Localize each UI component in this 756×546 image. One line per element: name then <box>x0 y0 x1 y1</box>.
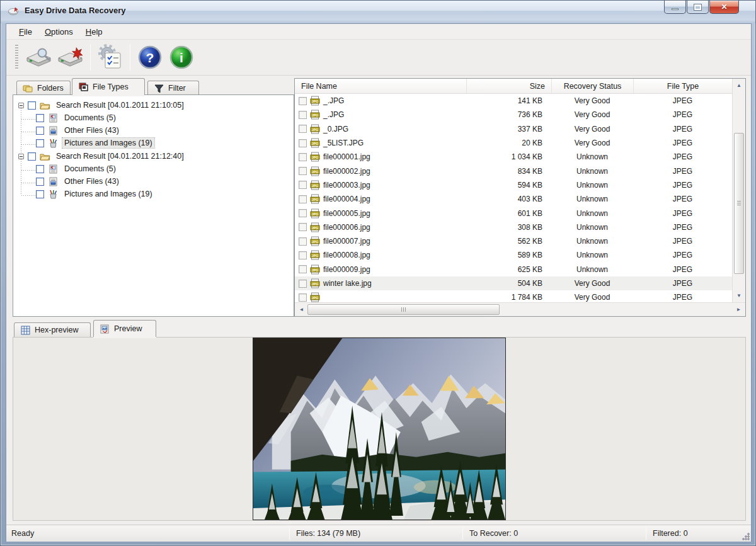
tree-node-search-result-2[interactable]: Search Result [04.01.2011 21:12:40] <box>18 150 186 162</box>
menu-options[interactable]: Options <box>38 25 79 38</box>
tree-node-pictures[interactable]: Pictures and Images (19) <box>36 188 154 200</box>
row-checkbox[interactable] <box>299 223 307 231</box>
thumb-grip <box>401 307 406 312</box>
scan-drive-button[interactable] <box>23 42 55 72</box>
file-name-cell: JPG_5LIST.JPG <box>295 138 466 148</box>
table-row[interactable]: JPGfile000008.jpg589 KBUnknownJPEG <box>295 248 732 262</box>
tab-label: Filter <box>168 84 186 93</box>
table-row-partial[interactable]: JPG1 784 KBVery GoodJPEG <box>295 290 732 302</box>
tree-node-search-result-1[interactable]: Search Result [04.01.2011 21:10:05] <box>18 99 186 111</box>
column-header-file-type[interactable]: File Type <box>633 79 732 93</box>
tab-filter[interactable]: Filter <box>147 81 199 95</box>
menu-help[interactable]: Help <box>79 25 109 38</box>
scroll-up-icon[interactable]: ▲ <box>733 80 745 91</box>
jpg-file-icon: JPG <box>310 222 320 232</box>
scroll-right-icon[interactable]: ► <box>733 303 744 316</box>
table-row[interactable]: JPG_0.JPG337 KBVery GoodJPEG <box>295 122 732 136</box>
row-checkbox[interactable] <box>299 237 307 246</box>
toolbar-grip[interactable] <box>15 45 18 70</box>
table-row[interactable]: JPGfile000005.jpg601 KBUnknownJPEG <box>295 206 732 220</box>
scroll-down-icon[interactable]: ▼ <box>733 290 745 301</box>
recovery-settings-button[interactable] <box>94 42 126 72</box>
table-row[interactable]: JPGfile000007.jpg562 KBUnknownJPEG <box>295 234 732 248</box>
file-name-cell: JPGfile000002.jpg <box>295 166 466 176</box>
row-checkbox[interactable] <box>299 209 307 217</box>
recovery-status: Very Good <box>551 279 633 288</box>
minimize-button[interactable] <box>664 1 686 14</box>
left-panel: Folders File Types Filter <box>13 78 294 317</box>
tab-hex-preview[interactable]: Hex-preview <box>14 322 91 337</box>
close-button[interactable]: ✕ <box>709 1 739 14</box>
file-type: JPEG <box>633 139 732 147</box>
table-row[interactable]: JPGwinter lake.jpg504 KBVery GoodJPEG <box>295 276 732 290</box>
table-row[interactable]: JPGfile000001.jpg1 034 KBUnknownJPEG <box>295 150 732 164</box>
horizontal-scroll-thumb[interactable] <box>307 304 500 315</box>
horizontal-scrollbar[interactable]: ◄ ► <box>295 302 745 316</box>
table-row[interactable]: JPGfile000004.jpg403 KBUnknownJPEG <box>295 192 732 206</box>
row-checkbox[interactable] <box>299 139 307 147</box>
recovery-status: Unknown <box>551 223 633 232</box>
table-row[interactable]: JPG_.JPG736 KBVery GoodJPEG <box>295 108 732 122</box>
row-checkbox[interactable] <box>299 125 307 133</box>
column-header-size[interactable]: Size <box>466 79 551 93</box>
vertical-scrollbar[interactable]: ▲ ▼ <box>732 79 745 302</box>
table-row[interactable]: JPGfile000002.jpg834 KBUnknownJPEG <box>295 164 732 178</box>
file-name-cell: JPGfile000007.jpg <box>295 236 466 246</box>
help-button[interactable]: ? <box>134 42 166 72</box>
recovery-status: Very Good <box>551 96 633 105</box>
table-row[interactable]: JPG_5LIST.JPG20 KBVery GoodJPEG <box>295 136 732 150</box>
tree-checkbox[interactable] <box>36 178 44 186</box>
tree-checkbox[interactable] <box>36 127 44 135</box>
tree-node-other-files[interactable]: Other Files (43) <box>36 124 121 137</box>
tab-folders[interactable]: Folders <box>16 81 71 95</box>
tree-node-other-files[interactable]: Other Files (43) <box>36 175 121 188</box>
row-checkbox[interactable] <box>299 293 307 302</box>
row-checkbox[interactable] <box>299 111 307 119</box>
tab-preview[interactable]: Preview <box>93 320 156 337</box>
file-name-cell: JPGfile000005.jpg <box>295 208 466 219</box>
tree-node-label: Other Files (43) <box>62 176 121 186</box>
tree-checkbox[interactable] <box>36 114 44 122</box>
title-bar[interactable]: Easy Drive Data Recovery ✕ <box>1 1 755 23</box>
scroll-left-icon[interactable]: ◄ <box>296 303 307 316</box>
row-checkbox[interactable] <box>299 167 307 175</box>
menu-file[interactable]: File <box>13 25 38 38</box>
tab-file-types[interactable]: File Types <box>72 78 145 95</box>
tree-checkbox[interactable] <box>36 139 44 147</box>
file-size: 504 KB <box>466 279 551 288</box>
tab-label: Preview <box>114 324 142 333</box>
tree-checkbox[interactable] <box>36 165 44 173</box>
table-row[interactable]: JPGfile000006.jpg308 KBUnknownJPEG <box>295 220 732 234</box>
vertical-scroll-thumb[interactable] <box>734 133 744 274</box>
tree-node-pictures[interactable]: Pictures and Images (19) <box>36 137 154 149</box>
tree-node-documents[interactable]: Documents (5) <box>36 162 118 175</box>
resize-grip[interactable] <box>742 532 750 540</box>
row-checkbox[interactable] <box>299 251 307 259</box>
collapse-icon[interactable] <box>18 154 24 159</box>
row-checkbox[interactable] <box>299 195 307 203</box>
table-row[interactable]: JPG_.JPG141 KBVery GoodJPEG <box>295 94 732 108</box>
window-title: Easy Drive Data Recovery <box>25 6 125 15</box>
file-size: 562 KB <box>466 237 551 246</box>
column-header-file-name[interactable]: File Name <box>295 79 466 93</box>
file-size: 308 KB <box>466 223 551 232</box>
jpg-file-icon: JPG <box>310 278 320 288</box>
collapse-icon[interactable] <box>18 103 24 108</box>
maximize-button[interactable] <box>687 1 709 14</box>
file-type: JPEG <box>633 195 732 203</box>
tree-node-documents[interactable]: Documents (5) <box>36 111 118 124</box>
row-checkbox[interactable] <box>299 280 307 288</box>
recover-files-button[interactable] <box>55 42 86 72</box>
column-header-recovery-status[interactable]: Recovery Status <box>551 79 633 93</box>
tree-checkbox[interactable] <box>28 101 36 110</box>
row-checkbox[interactable] <box>299 153 307 161</box>
tree-checkbox[interactable] <box>28 152 36 161</box>
table-row[interactable]: JPGfile000003.jpg594 KBUnknownJPEG <box>295 178 732 192</box>
row-checkbox[interactable] <box>299 97 307 105</box>
table-row[interactable]: JPGfile000009.jpg625 KBUnknownJPEG <box>295 263 732 276</box>
about-button[interactable]: i <box>166 42 197 72</box>
row-checkbox[interactable] <box>299 265 307 273</box>
tree-checkbox[interactable] <box>36 190 44 198</box>
row-checkbox[interactable] <box>299 181 307 189</box>
jpg-file-icon: JPG <box>310 194 320 204</box>
